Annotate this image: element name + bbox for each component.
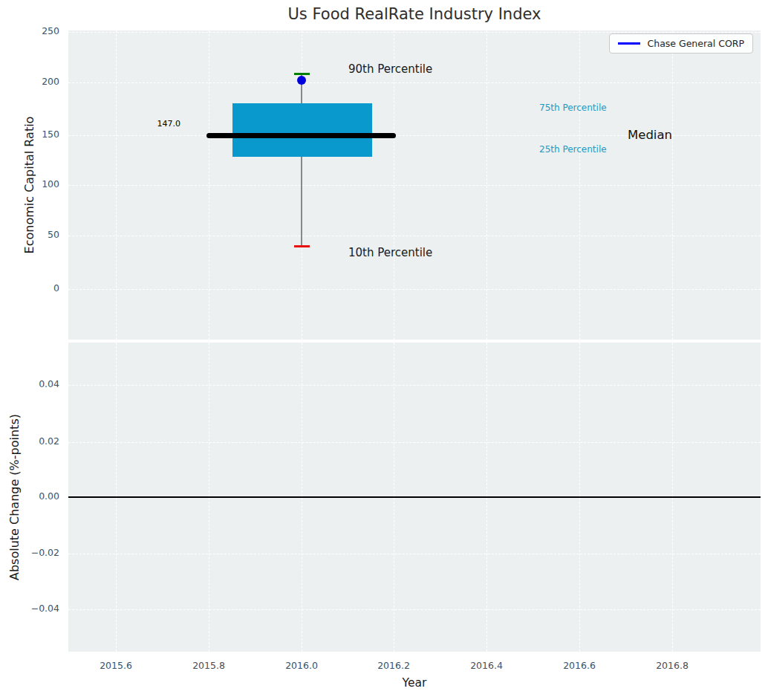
xtick: 2016.0 [272,660,331,671]
gridline-h [68,32,761,33]
p10-cap [294,245,310,247]
annotation-90th-percentile: 90th Percentile [348,62,432,76]
gridline-h [68,289,761,290]
xtick: 2016.6 [550,660,609,671]
xtick: 2016.8 [642,660,702,671]
median-line [206,133,396,138]
bottom-plot-area [68,343,761,652]
gridline-h [68,385,761,386]
gridline-v [486,30,487,340]
company-marker-dot [297,76,306,85]
gridline-h [68,609,761,610]
legend-label: Chase General CORP [647,38,744,49]
zero-baseline [68,496,761,498]
gridline-v [116,30,117,340]
gridline-h [68,82,761,83]
annotation-25th-percentile: 25th Percentile [539,144,607,155]
gridline-v [579,30,580,340]
xtick: 2015.8 [179,660,238,671]
legend: Chase General CORP [609,33,753,54]
ytick-top: 250 [3,25,59,36]
chart-title: Us Food RealRate Industry Index [68,5,761,23]
gridline-h [68,185,761,186]
gridline-h [68,554,761,554]
box-iqr [232,103,372,157]
xtick: 2016.4 [457,660,516,671]
y-axis-label-bottom: Absolute Change (%-points) [7,371,22,623]
x-axis-label: Year [68,676,761,690]
xtick: 2015.6 [86,660,146,671]
whisker-line [301,74,302,247]
gridline-v [394,30,394,340]
gridline-v [672,30,673,340]
annotation-median: Median [628,128,672,142]
top-plot-area: 147.0 90th Percentile 10th Percentile 75… [68,30,761,340]
gridline-h [68,442,761,443]
annotation-75th-percentile: 75th Percentile [539,103,607,113]
median-value-label: 147.0 [121,119,180,129]
p90-cap [294,73,310,75]
gridline-v [209,30,209,340]
legend-line-swatch [618,42,640,45]
gridline-h [68,236,761,236]
y-axis-label-top: Economic Capital Ratio [22,66,37,304]
figure: Us Food RealRate Industry Index 147.0 90… [0,0,768,700]
annotation-10th-percentile: 10th Percentile [348,246,432,259]
xtick: 2016.2 [364,660,423,671]
